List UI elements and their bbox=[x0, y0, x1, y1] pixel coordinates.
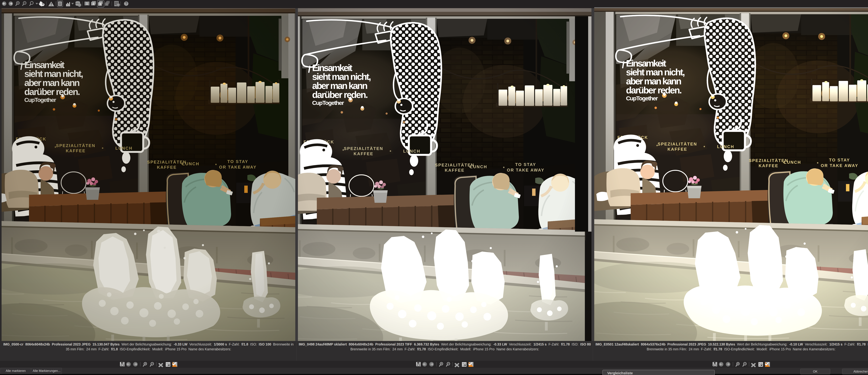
svg-text:3: 3 bbox=[99, 3, 101, 6]
svg-text:2: 2 bbox=[93, 2, 94, 5]
svg-text:1: 1 bbox=[86, 2, 88, 5]
svg-text:?: ? bbox=[125, 1, 127, 6]
svg-text:4: 4 bbox=[106, 3, 107, 6]
